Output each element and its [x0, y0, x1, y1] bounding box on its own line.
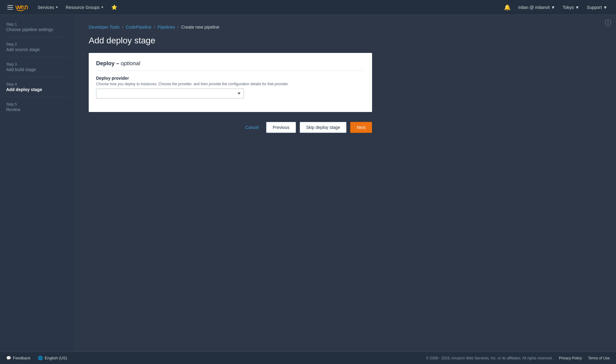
info-icon[interactable]: i [605, 20, 611, 26]
breadcrumb-pipelines[interactable]: Pipelines [157, 25, 175, 30]
language-selector[interactable]: 🌐 English (US) [38, 356, 67, 360]
breadcrumb-developer-tools[interactable]: Developer Tools [89, 25, 120, 30]
sidebar-item-step2[interactable]: Step 2 Add source stage [0, 40, 74, 54]
sidebar-item-step4[interactable]: Step 4 Add deploy stage [0, 80, 74, 94]
sidebar: Step 1 Choose pipeline settings Step 2 A… [0, 15, 74, 364]
breadcrumb-codepipeline[interactable]: CodePipeline [126, 25, 151, 30]
aws-logo[interactable] [15, 3, 28, 11]
resource-groups-nav[interactable]: Resource Groups ▼ [62, 0, 108, 15]
action-bar: Cancel Previous Skip deploy stage Next [89, 122, 372, 133]
feedback-button[interactable]: 💬 Feedback [6, 356, 30, 360]
next-button[interactable]: Next [350, 122, 372, 133]
globe-icon: 🌐 [38, 356, 43, 360]
card-section-title: Deploy – optional [96, 60, 365, 71]
sidebar-item-step5[interactable]: Step 5 Review [0, 100, 74, 114]
footer: 💬 Feedback 🌐 English (US) © 2008 - 2019,… [0, 352, 616, 364]
feedback-icon: 💬 [6, 356, 11, 360]
support-chevron-icon: ▼ [603, 5, 607, 10]
notifications-bell-icon[interactable]: 🔔 [500, 4, 514, 11]
sidebar-item-step1[interactable]: Step 1 Choose pipeline settings [0, 20, 74, 34]
breadcrumb-sep-2: › [154, 25, 155, 29]
region-chevron-icon: ▼ [575, 5, 579, 10]
sidebar-divider-1 [6, 37, 68, 37]
sidebar-divider-3 [6, 77, 68, 77]
menu-toggle[interactable] [5, 3, 15, 12]
deploy-provider-select[interactable] [96, 89, 244, 98]
breadcrumb-current: Create new pipeline [181, 25, 219, 30]
support-menu[interactable]: Support ▼ [583, 5, 611, 10]
breadcrumb: Developer Tools › CodePipeline › Pipelin… [89, 25, 601, 30]
services-chevron-icon: ▼ [55, 6, 59, 9]
main-content: Developer Tools › CodePipeline › Pipelin… [74, 15, 616, 364]
page-title: Add deploy stage [89, 36, 601, 46]
footer-right: © 2008 - 2019, Amazon Web Services, Inc.… [426, 356, 610, 360]
user-chevron-icon: ▼ [551, 5, 555, 10]
user-menu[interactable]: milan @ milanvit ▼ [514, 5, 559, 10]
cancel-button[interactable]: Cancel [242, 122, 263, 133]
sidebar-item-step3[interactable]: Step 3 Add build stage [0, 60, 74, 74]
deploy-provider-hint: Choose how you deploy to instances. Choo… [96, 82, 365, 86]
skip-deploy-button[interactable]: Skip deploy stage [300, 122, 347, 133]
privacy-policy-link[interactable]: Privacy Policy [559, 356, 582, 360]
page-wrapper: Step 1 Choose pipeline settings Step 2 A… [0, 15, 616, 364]
deploy-card: Deploy – optional Deploy provider Choose… [89, 53, 372, 112]
sidebar-divider-2 [6, 57, 68, 57]
services-nav[interactable]: Services ▼ [34, 0, 62, 15]
resource-groups-chevron-icon: ▼ [101, 6, 104, 9]
sidebar-divider-4 [6, 97, 68, 97]
previous-button[interactable]: Previous [266, 122, 296, 133]
bookmark-icon[interactable]: ⭐ [107, 0, 121, 15]
region-menu[interactable]: Tokyo ▼ [559, 5, 583, 10]
breadcrumb-sep-3: › [177, 25, 179, 29]
deploy-provider-group: Deploy provider Choose how you deploy to… [96, 76, 365, 98]
breadcrumb-sep-1: › [122, 25, 123, 29]
nav-right: 🔔 milan @ milanvit ▼ Tokyo ▼ Support ▼ [500, 4, 611, 11]
top-navigation: Services ▼ Resource Groups ▼ ⭐ 🔔 milan @… [0, 0, 616, 15]
terms-of-use-link[interactable]: Terms of Use [588, 356, 610, 360]
deploy-provider-label: Deploy provider [96, 76, 365, 81]
